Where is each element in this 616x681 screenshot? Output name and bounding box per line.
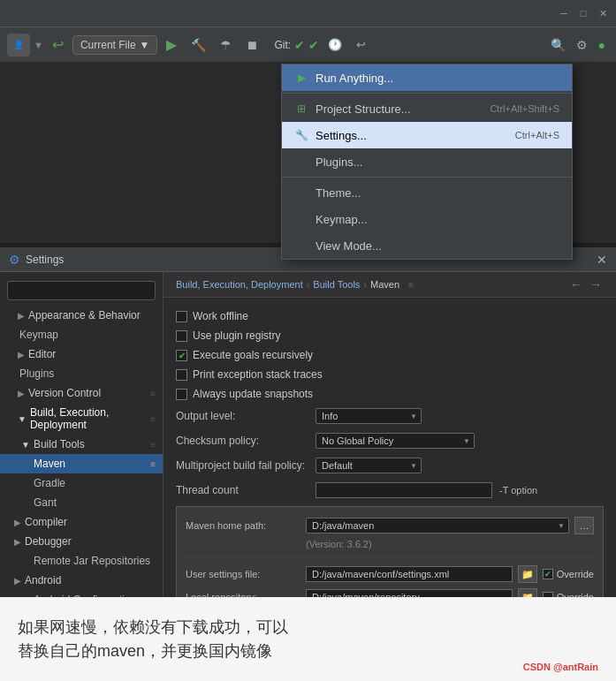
sidebar-item-appearance[interactable]: ▶ Appearance & Behavior	[0, 306, 163, 325]
maven-home-select[interactable]: D:/java/maven	[306, 518, 569, 533]
menu-item-view-mode[interactable]: View Mode...	[282, 232, 572, 259]
user-settings-override-checkbox[interactable]: ✔	[543, 569, 553, 579]
maven-home-label: Maven home path:	[186, 520, 300, 531]
git-check2: ✔	[308, 38, 319, 52]
checksum-policy-select[interactable]: No Global Policy Ignore Warn Fail	[316, 433, 475, 449]
nav-back-arrow[interactable]: ←	[568, 277, 584, 291]
project-structure-shortcut: Ctrl+Alt+Shift+S	[490, 103, 559, 114]
sidebar-label-editor: Editor	[28, 348, 56, 360]
breadcrumb-maven: Maven	[370, 279, 399, 290]
menu-item-settings[interactable]: 🔧 Settings... Ctrl+Alt+S	[282, 122, 572, 148]
menu-item-theme[interactable]: Theme...	[282, 179, 572, 206]
avatar[interactable]: 👤	[7, 34, 30, 57]
menu-item-project-structure[interactable]: ⊞ Project Structure... Ctrl+Alt+Shift+S	[282, 95, 572, 122]
checksum-policy-select-wrapper: No Global Policy Ignore Warn Fail	[316, 433, 475, 449]
sidebar-item-editor[interactable]: ▶ Editor	[0, 344, 163, 364]
sidebar-item-keymap[interactable]: Keymap	[0, 325, 163, 344]
content-breadcrumb: Build, Execution, Deployment › Build Too…	[164, 272, 616, 298]
git-undo-button[interactable]: ↩	[351, 35, 371, 54]
avatar-dropdown[interactable]: ▼	[34, 40, 43, 50]
stop-button[interactable]: ⏹	[240, 35, 263, 55]
multiproject-policy-select[interactable]: Default Fail at End Never Fail Fail Fast	[316, 458, 422, 473]
maven-home-browse-button[interactable]: …	[574, 517, 594, 534]
menu-item-keymap[interactable]: Keymap...	[282, 206, 572, 232]
ide-toolbar: 👤 ▼ ↩ Current File ▼ ▶ 🔨 ☂ ⏹ Git: ✔ ✔ 🕐 …	[0, 26, 616, 62]
multiproject-policy-select-wrapper: Default Fail at End Never Fail Fail Fast	[316, 458, 422, 473]
settings-label: Settings...	[316, 129, 367, 142]
print-exceptions-text: Print exception stack traces	[193, 368, 323, 381]
close-button[interactable]: ✕	[597, 7, 609, 19]
nav-forward-arrow[interactable]: →	[588, 277, 604, 291]
print-exceptions-label[interactable]: Print exception stack traces	[176, 368, 323, 381]
dropdown-menu: ▶ Run Anything... ⊞ Project Structure...…	[281, 64, 573, 260]
minimize-button[interactable]: ─	[558, 7, 570, 19]
always-update-checkbox[interactable]	[176, 389, 187, 400]
git-section: Git: ✔ ✔ 🕐 ↩	[274, 35, 371, 54]
thread-count-label: Thread count	[176, 484, 308, 496]
sidebar-item-gradle[interactable]: Gradle	[0, 473, 163, 493]
settings-icon: 🔧	[294, 128, 308, 142]
sidebar-item-plugins[interactable]: Plugins	[0, 364, 163, 383]
sidebar-item-build-exec[interactable]: ▼ Build, Execution, Deployment ≡	[0, 403, 163, 435]
user-settings-browse-button[interactable]: 📁	[518, 565, 537, 583]
ide-titlebar: ─ □ ✕	[0, 0, 616, 26]
sidebar-item-compiler[interactable]: ▶ Compiler	[0, 512, 163, 532]
sidebar-label-build-exec: Build, Execution, Deployment	[30, 406, 147, 431]
gear-button[interactable]: ⚙	[573, 36, 591, 54]
breadcrumb-build-exec[interactable]: Build, Execution, Deployment	[176, 279, 303, 290]
settings-title: Settings	[26, 253, 64, 266]
sidebar-label-build-tools: Build Tools	[34, 438, 85, 450]
use-plugin-registry-label[interactable]: Use plugin registry	[176, 329, 280, 342]
watermark: CSDN @antRain	[523, 662, 598, 672]
settings-close-button[interactable]: ✕	[597, 253, 607, 267]
current-file-label: Current File	[80, 39, 136, 51]
sidebar-item-version-control[interactable]: ▶ Version Control ≡	[0, 383, 163, 403]
multiproject-policy-label: Multiproject build fail policy:	[176, 459, 308, 472]
back-button[interactable]: ↩	[47, 34, 69, 56]
bulb-button[interactable]: ●	[595, 36, 609, 54]
menu-item-plugins[interactable]: Plugins...	[282, 148, 572, 175]
expand-icon: ▶	[18, 311, 25, 321]
current-file-button[interactable]: Current File ▼	[72, 35, 158, 55]
current-file-dropdown-icon: ▼	[140, 39, 150, 51]
always-update-row: Always update snapshots	[176, 384, 604, 404]
settings-search-input[interactable]	[7, 281, 156, 300]
work-offline-checkbox[interactable]	[176, 311, 187, 322]
plugins-label: Plugins...	[316, 155, 362, 169]
menu-item-run-anything[interactable]: ▶ Run Anything...	[282, 64, 572, 91]
coverage-button[interactable]: ☂	[215, 35, 237, 55]
sidebar-item-maven[interactable]: Maven ≡	[0, 454, 163, 473]
breadcrumb-menu-icon[interactable]: ≡	[408, 280, 414, 290]
work-offline-label[interactable]: Work offline	[176, 310, 248, 322]
thread-count-input[interactable]	[316, 482, 492, 498]
always-update-text: Always update snapshots	[193, 388, 313, 400]
sidebar-item-debugger[interactable]: ▶ Debugger	[0, 532, 163, 551]
maven-version-text: (Version: 3.6.2)	[186, 537, 594, 551]
use-plugin-registry-checkbox[interactable]	[176, 330, 187, 342]
git-check1: ✔	[294, 38, 305, 52]
print-exceptions-checkbox[interactable]	[176, 369, 187, 381]
git-label: Git:	[274, 39, 291, 51]
execute-goals-text: Execute goals recursively	[193, 349, 313, 361]
output-level-select[interactable]: Info Debug Warn Error	[316, 408, 422, 424]
sidebar-item-gant[interactable]: Gant	[0, 493, 163, 512]
always-update-label[interactable]: Always update snapshots	[176, 388, 313, 400]
build-button[interactable]: 🔨	[186, 35, 211, 55]
ide-window: ─ □ ✕ 👤 ▼ ↩ Current File ▼ ▶ 🔨 ☂ ⏹ Git: …	[0, 0, 616, 243]
sidebar-item-build-tools[interactable]: ▼ Build Tools ≡	[0, 435, 163, 454]
user-settings-row: User settings file: 📁 ✔ Override	[186, 563, 594, 586]
sidebar-item-remote-jar[interactable]: Remote Jar Repositories	[0, 551, 163, 571]
maven-home-select-wrapper: D:/java/maven	[306, 518, 569, 533]
execute-goals-checkbox[interactable]: ✔	[176, 350, 187, 361]
run-button[interactable]: ▶	[161, 34, 182, 56]
expand-icon-build-tools: ▼	[21, 440, 30, 450]
sidebar-item-android[interactable]: ▶ Android	[0, 571, 163, 590]
user-settings-input[interactable]	[306, 566, 513, 582]
git-history-button[interactable]: 🕐	[323, 35, 347, 54]
search-button[interactable]: 🔍	[547, 36, 569, 54]
user-settings-override[interactable]: ✔ Override	[543, 569, 594, 579]
breadcrumb-sep-2: ›	[363, 279, 367, 290]
breadcrumb-build-tools[interactable]: Build Tools	[313, 279, 360, 290]
execute-goals-label[interactable]: ✔ Execute goals recursively	[176, 349, 313, 361]
maximize-button[interactable]: □	[577, 7, 589, 19]
